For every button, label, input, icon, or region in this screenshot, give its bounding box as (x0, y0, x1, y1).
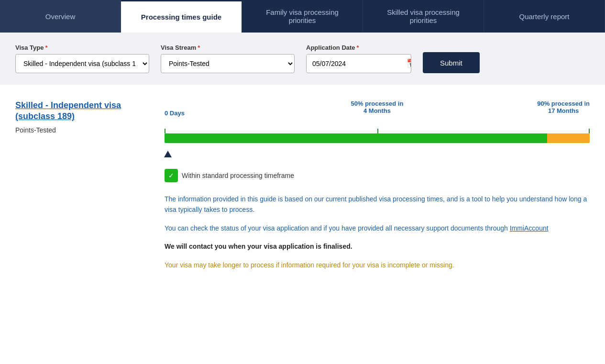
visa-stream-select[interactable]: Points-Tested State/Territory Nominated (161, 54, 295, 73)
label-50-percent: 50% processed in 4 Months (351, 100, 404, 114)
right-panel: 0 Days 50% processed in 4 Months 90% pro… (165, 100, 590, 278)
info-orange: Your visa may take longer to process if … (165, 260, 590, 270)
tick-90 (589, 129, 590, 133)
label-90-percent: 90% processed in 17 Months (537, 100, 590, 114)
label-0-days: 0 Days (165, 110, 185, 117)
tick-0 (165, 129, 165, 133)
info-section: The information provided in this guide i… (165, 194, 590, 270)
check-circle-icon: ✓ (165, 169, 178, 182)
app-date-group: Application Date* 📅 (306, 44, 411, 73)
main-content: Skilled - Independent visa (subclass 189… (0, 85, 605, 278)
required-star-2: * (198, 44, 200, 51)
info-para-2: You can check the status of your visa ap… (165, 223, 590, 233)
tab-family-visa[interactable]: Family visa processing priorities (242, 0, 363, 33)
visa-subtitle: Points-Tested (15, 126, 149, 134)
tab-skilled-visa[interactable]: Skilled visa processing priorities (363, 0, 484, 33)
tab-processing-times-guide[interactable]: Processing times guide (121, 0, 242, 33)
visa-type-select[interactable]: Skilled - Independent visa (subclass 189… (15, 54, 149, 73)
progress-bar (165, 133, 590, 143)
visa-type-group: Visa Type* Skilled - Independent visa (s… (15, 44, 149, 73)
bar-orange (547, 133, 590, 143)
submit-button[interactable]: Submit (423, 52, 480, 73)
info-para-1: The information provided in this guide i… (165, 194, 590, 215)
visa-type-label: Visa Type* (15, 44, 149, 51)
visa-title[interactable]: Skilled - Independent visa (subclass 189… (15, 100, 149, 122)
required-star: * (45, 44, 48, 51)
filter-bar: Visa Type* Skilled - Independent visa (s… (0, 33, 605, 85)
visa-stream-group: Visa Stream* Points-Tested State/Territo… (161, 44, 295, 73)
visa-stream-label: Visa Stream* (161, 44, 295, 51)
bar-section (165, 129, 590, 157)
info-bold: We will contact you when your visa appli… (165, 241, 590, 252)
app-date-input[interactable] (307, 55, 402, 72)
tab-overview[interactable]: Overview (0, 0, 121, 33)
date-input-wrap: 📅 (306, 54, 411, 73)
app-date-label: Application Date* (306, 44, 411, 51)
left-panel: Skilled - Independent visa (subclass 189… (15, 100, 149, 278)
arrow-marker (164, 151, 172, 157)
immiaccount-link[interactable]: ImmiAccount (510, 224, 549, 232)
bar-green (165, 133, 547, 143)
tab-quarterly-report[interactable]: Quarterly report (484, 0, 605, 33)
nav-tabs: Overview Processing times guide Family v… (0, 0, 605, 33)
calendar-icon[interactable]: 📅 (402, 55, 411, 73)
timeframe-badge: ✓ Within standard processing timeframe (165, 169, 590, 182)
tick-50 (377, 129, 378, 133)
required-star-3: * (357, 44, 359, 51)
timeframe-text: Within standard processing timeframe (182, 172, 294, 179)
processing-labels: 0 Days 50% processed in 4 Months 90% pro… (165, 100, 590, 129)
